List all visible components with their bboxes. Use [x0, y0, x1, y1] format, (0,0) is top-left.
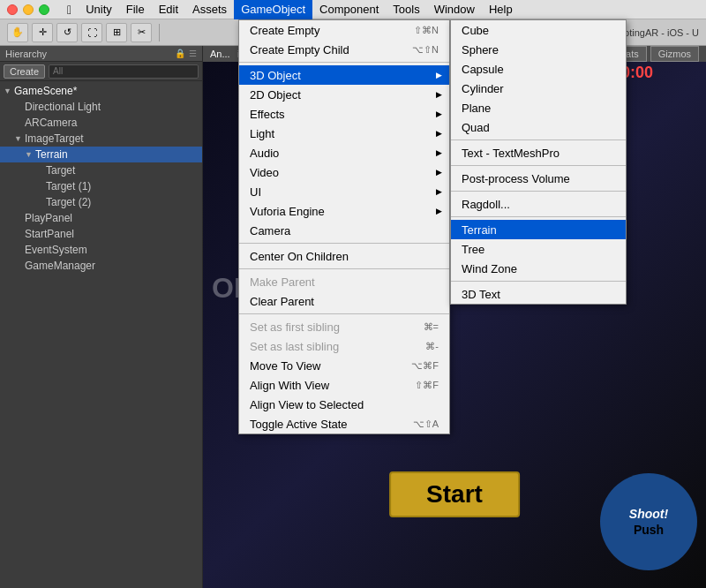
- menu-item-label: Make Parent: [250, 275, 315, 289]
- submenu-separator: [451, 216, 626, 217]
- menu-item-camera[interactable]: Camera: [239, 221, 449, 240]
- submenu-item-tree[interactable]: Tree: [451, 239, 626, 259]
- menu-separator: [239, 268, 449, 269]
- submenu-item-label: Plane: [462, 102, 491, 115]
- menu-item-label: Camera: [250, 224, 290, 237]
- menu-item-label: Center On Children: [250, 250, 349, 263]
- menu-item-center-on-children[interactable]: Center On Children: [239, 246, 449, 266]
- menu-item-label: Toggle Active State: [250, 418, 348, 431]
- submenu-item-label: Sphere: [462, 43, 499, 57]
- menu-item-create-empty-child[interactable]: Create Empty Child ⌥⇧N: [239, 40, 449, 59]
- menu-separator: [239, 243, 449, 244]
- submenu-item-label: Ragdoll...: [462, 198, 510, 211]
- submenu-item-label: Cylinder: [462, 82, 504, 95]
- submenu-item-label: Wind Zone: [462, 262, 517, 275]
- menu-item-audio[interactable]: Audio: [239, 143, 449, 162]
- submenu-item-plane[interactable]: Plane: [451, 98, 626, 117]
- submenu-item-label: Text - TextMeshPro: [462, 147, 560, 160]
- submenu-item-capsule[interactable]: Capsule: [451, 59, 626, 79]
- menu-item-label: Create Empty Child: [250, 43, 349, 57]
- menu-item-label: 2D Object: [250, 88, 301, 102]
- submenu-separator: [451, 281, 626, 282]
- menu-item-ui[interactable]: UI: [239, 182, 449, 201]
- menu-item-effects[interactable]: Effects: [239, 104, 449, 124]
- menu-item-align-view-selected[interactable]: Align View to Selected: [239, 395, 449, 414]
- shortcut-label: ⇧⌘F: [415, 380, 439, 391]
- submenu-item-label: Quad: [462, 121, 490, 134]
- submenu-separator: [451, 191, 626, 192]
- menu-item-label: Create Empty: [250, 24, 319, 37]
- menu-item-move-to-view[interactable]: Move To View ⌥⌘F: [239, 356, 449, 375]
- gameobject-menu: Create Empty ⇧⌘N Create Empty Child ⌥⇧N …: [238, 19, 450, 434]
- menu-item-label: Light: [250, 127, 274, 140]
- menu-item-label: Align With View: [250, 379, 329, 392]
- menu-item-label: Move To View: [250, 359, 320, 373]
- menu-item-light[interactable]: Light: [239, 124, 449, 143]
- submenu-separator: [451, 165, 626, 166]
- menu-separator: [239, 313, 449, 314]
- submenu-3d-object: Cube Sphere Capsule Cylinder Plane Quad …: [450, 19, 627, 305]
- submenu-item-text-textmeshpro[interactable]: Text - TextMeshPro: [451, 143, 626, 162]
- shortcut-label: ⌥⇧N: [412, 44, 439, 56]
- menu-item-set-first-sibling: Set as first sibling ⌘=: [239, 317, 449, 336]
- submenu-item-wind-zone[interactable]: Wind Zone: [451, 259, 626, 278]
- menu-item-label: Set as last sibling: [250, 340, 339, 353]
- shortcut-label: ⌘=: [424, 321, 439, 333]
- submenu-separator: [451, 139, 626, 140]
- menu-item-label: Set as first sibling: [250, 320, 340, 334]
- shortcut-label: ⇧⌘N: [414, 25, 439, 36]
- submenu-item-label: Tree: [462, 243, 484, 256]
- submenu-item-label: Post-process Volume: [462, 172, 570, 185]
- menu-item-label: Video: [250, 166, 279, 179]
- menu-item-2d-object[interactable]: 2D Object: [239, 85, 449, 104]
- menu-item-label: Align View to Selected: [250, 398, 364, 411]
- shortcut-label: ⌥⇧A: [413, 418, 439, 430]
- submenu-item-quad[interactable]: Quad: [451, 117, 626, 137]
- submenu-item-label: Capsule: [462, 63, 504, 76]
- submenu-item-cylinder[interactable]: Cylinder: [451, 79, 626, 98]
- shortcut-label: ⌘-: [425, 341, 439, 352]
- menu-item-3d-object[interactable]: 3D Object: [239, 65, 449, 85]
- submenu-item-label: Terrain: [462, 223, 497, 237]
- menu-separator: [239, 62, 449, 63]
- menu-item-clear-parent[interactable]: Clear Parent: [239, 291, 449, 311]
- dropdown-overlay: Create Empty ⇧⌘N Create Empty Child ⌥⇧N …: [0, 0, 706, 588]
- menu-item-label: UI: [250, 185, 261, 199]
- menu-item-label: 3D Object: [250, 69, 301, 82]
- submenu-item-sphere[interactable]: Sphere: [451, 40, 626, 59]
- menu-item-label: Vuforia Engine: [250, 205, 325, 218]
- shortcut-label: ⌥⌘F: [411, 360, 439, 372]
- submenu-item-terrain[interactable]: Terrain: [451, 220, 626, 239]
- menu-item-vuforia-engine[interactable]: Vuforia Engine: [239, 201, 449, 221]
- menu-item-align-with-view[interactable]: Align With View ⇧⌘F: [239, 375, 449, 395]
- submenu-item-cube[interactable]: Cube: [451, 20, 626, 40]
- menu-item-label: Effects: [250, 108, 285, 121]
- menu-item-set-last-sibling: Set as last sibling ⌘-: [239, 336, 449, 356]
- submenu-item-label: Cube: [462, 24, 489, 37]
- menu-item-make-parent: Make Parent: [239, 272, 449, 291]
- submenu-item-label: 3D Text: [462, 288, 500, 301]
- menu-item-label: Audio: [250, 147, 279, 160]
- menu-item-create-empty[interactable]: Create Empty ⇧⌘N: [239, 20, 449, 40]
- menu-item-video[interactable]: Video: [239, 162, 449, 182]
- submenu-item-ragdoll[interactable]: Ragdoll...: [451, 194, 626, 214]
- menu-item-label: Clear Parent: [250, 295, 314, 308]
- submenu-item-post-process-volume[interactable]: Post-process Volume: [451, 169, 626, 188]
- submenu-item-3d-text[interactable]: 3D Text: [451, 284, 626, 304]
- menu-item-toggle-active[interactable]: Toggle Active State ⌥⇧A: [239, 414, 449, 433]
